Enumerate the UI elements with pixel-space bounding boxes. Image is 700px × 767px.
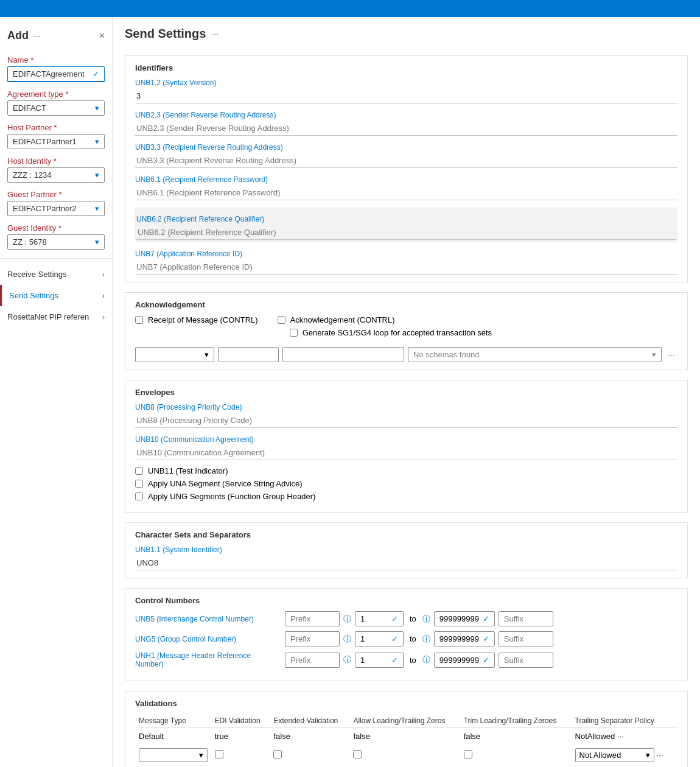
host-identity-select[interactable]: ZZZ : 1234 ▾ (7, 167, 105, 183)
unb10-input[interactable] (135, 446, 677, 460)
unb7-input[interactable] (135, 260, 677, 275)
sidebar-divider (0, 258, 112, 259)
guest-partner-select[interactable]: EDIFACTPartner2 ▾ (7, 201, 105, 216)
sidebar-dots[interactable]: ··· (33, 31, 41, 41)
host-partner-value: EDIFACTPartner1 (13, 137, 77, 146)
chevron-down-icon: ▾ (95, 137, 99, 146)
unb8-input[interactable] (135, 413, 677, 428)
ung-checkbox[interactable] (135, 492, 143, 500)
receipt-msg-checkbox-label[interactable]: Receipt of Message (CONTRL) (135, 315, 258, 324)
unh1-to-value: 999999999 (439, 656, 479, 665)
info-icon[interactable]: ⓘ (422, 654, 430, 665)
unb10-label: UNB10 (Communication Agreement) (135, 435, 677, 444)
ack-input-1[interactable] (218, 347, 279, 362)
to-label: to (410, 634, 416, 643)
host-identity-field-group: Host Identity * ZZZ : 1234 ▾ (0, 153, 112, 186)
chevron-down-icon: ▾ (95, 170, 99, 180)
unb23-input[interactable] (135, 121, 677, 136)
more-options-dots[interactable]: ··· (617, 732, 624, 741)
input-msg-type-dropdown[interactable]: ▾ (139, 748, 208, 762)
ung-checkbox-label[interactable]: Apply UNG Segments (Function Group Heade… (135, 492, 677, 501)
guest-identity-select[interactable]: ZZ : 5678 ▾ (7, 234, 105, 250)
receipt-msg-checkbox[interactable] (135, 316, 143, 324)
input-trim-checkbox[interactable] (464, 750, 472, 758)
input-edi-validation-checkbox[interactable] (215, 750, 223, 758)
info-icon[interactable]: ⓘ (343, 634, 351, 645)
chevron-down-icon: ▾ (95, 237, 99, 247)
ack-more-options[interactable]: ··· (665, 349, 677, 361)
input-allow-checkbox[interactable] (353, 750, 362, 758)
info-icon[interactable]: ⓘ (422, 614, 430, 625)
ung5-prefix[interactable] (285, 631, 340, 646)
name-select[interactable]: EDIFACTAgreement ✓ (7, 66, 105, 82)
ung5-suffix[interactable] (499, 631, 553, 646)
main-dots[interactable]: ··· (212, 29, 219, 38)
unb11-sys-input[interactable] (135, 556, 677, 570)
unb62-input[interactable] (136, 225, 676, 240)
default-msg-type: Default (135, 728, 211, 745)
host-identity-value: ZZZ : 1234 (13, 170, 52, 180)
input-extended-validation-checkbox[interactable] (273, 750, 282, 758)
unh1-prefix[interactable] (285, 653, 340, 668)
chevron-down-icon: ▾ (199, 751, 203, 760)
unb33-input[interactable] (135, 153, 677, 168)
unh1-suffix[interactable] (499, 653, 553, 668)
ack-input-2[interactable] (282, 347, 404, 362)
to-label: to (410, 656, 416, 665)
host-partner-select[interactable]: EDIFACTPartner1 ▾ (7, 134, 105, 149)
close-icon[interactable]: × (99, 30, 105, 41)
guest-partner-value: EDIFACTPartner2 (13, 204, 77, 213)
envelopes-title: Envelopes (135, 388, 677, 397)
unb10-group: UNB10 (Communication Agreement) (135, 435, 677, 460)
unh1-to: 999999999 ✓ (434, 653, 495, 668)
identifiers-title: Identifiers (135, 63, 677, 72)
ung5-row: UNG5 (Group Control Number) ⓘ 1 ✓ to ⓘ 9… (135, 631, 677, 646)
to-label: to (410, 614, 416, 623)
sidebar-title: Add (7, 29, 29, 42)
check-icon: ✓ (391, 656, 398, 665)
unb11-sys-label: UNB1.1 (System Identifier) (135, 545, 677, 554)
unb5-from-value: 1 (360, 614, 365, 623)
ack-dropdown-1[interactable]: ▾ (135, 347, 214, 362)
unb61-input[interactable] (135, 186, 677, 200)
sidebar-item-send-settings[interactable]: Send Settings › (0, 285, 112, 306)
table-row: Default true false false false NotAllowe… (135, 728, 677, 745)
receipt-msg-label: Receipt of Message (CONTRL) (148, 315, 258, 324)
ung5-from-value: 1 (360, 634, 365, 643)
una-checkbox-label[interactable]: Apply UNA Segment (Service String Advice… (135, 479, 677, 488)
unb5-from: 1 ✓ (355, 611, 404, 626)
sidebar-item-rosettanet[interactable]: RosettaNet PIP referen › (0, 306, 112, 327)
rosettanet-label: RosettaNet PIP referen (7, 312, 89, 321)
host-partner-label: Host Partner * (7, 123, 105, 132)
agreement-type-select[interactable]: EDIFACT ▾ (7, 100, 105, 116)
chevron-right-icon: › (102, 270, 105, 279)
col-message-type: Message Type (135, 714, 211, 728)
info-icon[interactable]: ⓘ (343, 654, 351, 665)
sidebar-item-receive-settings[interactable]: Receive Settings › (0, 264, 112, 285)
row-more-options-dots[interactable]: ··· (657, 751, 663, 760)
gen-sg1-checkbox[interactable] (290, 329, 298, 337)
unb5-prefix[interactable] (285, 611, 340, 626)
unb62-group: UNB6.2 (Recipient Reference Qualifier) (135, 208, 677, 242)
unb23-group: UNB2.3 (Sender Reverse Routing Address) (135, 111, 677, 136)
ack-contrl-checkbox[interactable] (278, 316, 285, 324)
unh1-from: 1 ✓ (355, 653, 404, 668)
chevron-down-icon: ✓ (93, 69, 99, 79)
acknowledgement-title: Acknowledgement (135, 300, 677, 309)
gen-sg1-checkbox-label[interactable]: Generate SG1/SG4 loop for accepted trans… (290, 328, 492, 337)
unb61-group: UNB6.1 (Recipient Reference Password) (135, 175, 677, 200)
input-policy-dropdown[interactable]: Not Allowed ▾ (575, 748, 654, 762)
schema-dropdown[interactable]: No schemas found ▾ (408, 347, 662, 362)
info-icon[interactable]: ⓘ (422, 634, 430, 645)
ack-contrl-checkbox-label[interactable]: Acknowledgement (CONTRL) (278, 315, 492, 324)
unb11-sys-group: UNB1.1 (System Identifier) (135, 545, 677, 570)
unb5-suffix[interactable] (499, 611, 553, 626)
unb11-checkbox[interactable] (135, 467, 143, 475)
info-icon[interactable]: ⓘ (343, 614, 351, 625)
sidebar: Add ··· × Name * EDIFACTAgreement ✓ Agre… (0, 17, 113, 767)
name-value: EDIFACTAgreement (13, 69, 85, 79)
sidebar-header: Add ··· × (0, 24, 112, 52)
una-checkbox[interactable] (135, 480, 143, 488)
unb12-input[interactable] (135, 89, 677, 103)
unb11-checkbox-label[interactable]: UNB11 (Test Indicator) (135, 466, 677, 475)
